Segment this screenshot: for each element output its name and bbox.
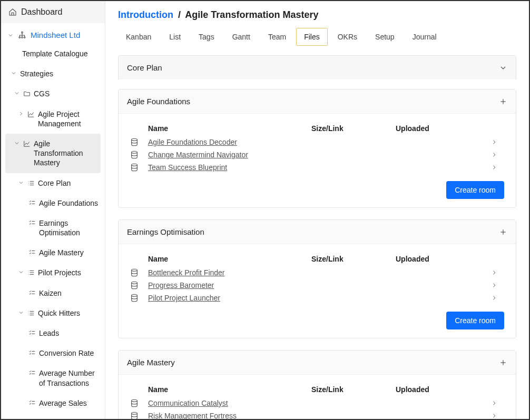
sidebar-item-label: Agile Foundations: [39, 198, 100, 208]
sidebar-item-label: Strategies: [20, 69, 100, 78]
sidebar-item-core-plan[interactable]: Core Plan: [1, 173, 105, 193]
section-header[interactable]: Agile Mastery: [119, 351, 516, 375]
chevron-right-icon[interactable]: [490, 282, 506, 289]
chevron-right-icon[interactable]: [490, 151, 506, 158]
sidebar-item-label: Core Plan: [38, 178, 100, 188]
tab-team[interactable]: Team: [260, 28, 294, 46]
plus-icon[interactable]: [499, 358, 507, 367]
section-body: Name Size/Link Uploaded Agile Foundation…: [119, 114, 516, 207]
section-header[interactable]: Agile Foundations: [119, 89, 516, 114]
tab-kanban[interactable]: Kanban: [118, 28, 159, 46]
create-room-button[interactable]: Create room: [446, 181, 504, 199]
sidebar-item-agile-tm[interactable]: Agile Transformation Mastery: [5, 134, 101, 173]
task-list-icon: [28, 219, 36, 227]
sidebar-item-label: Agile Project Management: [38, 109, 100, 128]
file-link[interactable]: Agile Foundations Decoder: [148, 138, 237, 146]
sidebar-item-agile-mastery[interactable]: Agile Mastery: [1, 243, 105, 263]
sidebar-item-avg-num-trans[interactable]: Average Number of Transactions: [1, 363, 105, 393]
col-uploaded: Uploaded: [396, 255, 490, 263]
sidebar-item-avg-sales[interactable]: Average Sales: [1, 393, 105, 413]
plus-icon[interactable]: [499, 97, 507, 106]
chevron-right-icon[interactable]: [490, 399, 506, 407]
file-link[interactable]: Pilot Project Launcher: [148, 294, 220, 302]
chevron-down-icon: [499, 64, 507, 72]
sidebar-dashboard[interactable]: Dashboard: [1, 1, 105, 23]
section-title: Agile Foundations: [127, 97, 190, 106]
sidebar-item-label: CGS: [34, 89, 100, 98]
sidebar-dashboard-label: Dashboard: [21, 7, 62, 17]
tabs: Kanban List Tags Gantt Team Files OKRs S…: [118, 28, 516, 46]
file-link[interactable]: Communication Catalyst: [148, 399, 228, 407]
sidebar-item-label: Conversion Rate: [39, 348, 100, 358]
section-body: Name Size/Link Uploaded Bottleneck Profi…: [119, 244, 516, 338]
section-header[interactable]: Earnings Optimisation: [119, 220, 516, 244]
chevron-right-icon[interactable]: [490, 412, 506, 419]
list-icon: [27, 179, 35, 187]
chevron-down-icon: [18, 309, 24, 316]
group-header-core-plan[interactable]: Core Plan: [119, 56, 516, 79]
tab-setup[interactable]: Setup: [367, 28, 403, 46]
table-row: Bottleneck Profit Finder: [128, 266, 506, 279]
database-icon: [128, 138, 148, 146]
svg-point-3: [24, 36, 25, 38]
sidebar-org[interactable]: Mindsheet Ltd: [1, 23, 105, 44]
col-size: Size/Link: [311, 255, 396, 263]
database-icon: [128, 281, 148, 289]
main-content: Introduction / Agile Transformation Mast…: [105, 1, 529, 419]
file-link[interactable]: Change Mastermind Navigator: [148, 151, 248, 159]
task-list-icon: [28, 349, 36, 357]
svg-point-45: [132, 269, 138, 271]
table-row: Change Mastermind Navigator: [128, 148, 506, 161]
sidebar-item-agile-pm[interactable]: Agile Project Management: [1, 104, 105, 134]
sidebar-item-pilot-projects[interactable]: Pilot Projects: [1, 263, 105, 283]
section-title: Earnings Optimisation: [127, 227, 204, 236]
list-icon: [27, 269, 35, 276]
chevron-right-icon[interactable]: [490, 138, 506, 146]
line-chart-icon: [23, 140, 31, 147]
task-list-icon: [28, 289, 36, 297]
sidebar-item-leads[interactable]: Leads: [1, 323, 105, 343]
chevron-right-icon[interactable]: [490, 164, 506, 171]
chevron-right-icon[interactable]: [490, 269, 506, 276]
line-chart-icon: [27, 111, 35, 118]
sidebar-item-strategies[interactable]: Strategies: [1, 64, 105, 84]
sidebar-item-cgs[interactable]: CGS: [1, 84, 105, 104]
breadcrumb-current: Agile Transformation Mastery: [185, 9, 318, 20]
file-table: Name Size/Link Uploaded Agile Foundation…: [128, 122, 506, 174]
sidebar-item-kaizen[interactable]: Kaizen: [1, 283, 105, 303]
sidebar-item-quick-hitters[interactable]: Quick Hitters: [1, 303, 105, 323]
file-link[interactable]: Progress Barometer: [148, 281, 214, 289]
tab-tags[interactable]: Tags: [191, 28, 222, 46]
svg-point-50: [132, 399, 138, 402]
tab-okrs[interactable]: OKRs: [330, 28, 365, 46]
table-row: Risk Management Fortress: [128, 409, 506, 419]
file-link[interactable]: Risk Management Fortress: [148, 412, 237, 419]
table-row: Team Success Blueprint: [128, 161, 506, 174]
sidebar-item-template-catalogue[interactable]: Template Catalogue: [1, 44, 105, 64]
sidebar-item-earnings-opt[interactable]: Earnings Optimisation: [1, 213, 105, 243]
org-tree-icon: [18, 31, 26, 39]
tab-gantt[interactable]: Gantt: [224, 28, 258, 46]
file-table: Name Size/Link Uploaded Bottleneck Profi…: [128, 253, 506, 304]
sidebar-item-label: Earnings Optimisation: [39, 218, 100, 237]
col-name: Name: [148, 385, 311, 394]
create-room-button[interactable]: Create room: [446, 312, 504, 329]
tab-journal[interactable]: Journal: [405, 28, 445, 46]
sidebar-item-agile-foundations[interactable]: Agile Foundations: [1, 193, 105, 213]
tab-list[interactable]: List: [161, 28, 189, 46]
tab-files[interactable]: Files: [296, 28, 328, 46]
svg-point-1: [19, 36, 21, 38]
section-agile-mastery: Agile Mastery Name Size/Link Uploaded Co…: [118, 350, 516, 419]
chevron-right-icon[interactable]: [490, 294, 506, 302]
breadcrumb-root[interactable]: Introduction: [118, 9, 173, 20]
database-icon: [128, 294, 148, 302]
svg-point-41: [132, 151, 138, 153]
chevron-down-icon: [18, 269, 24, 275]
file-link[interactable]: Bottleneck Profit Finder: [148, 268, 225, 277]
svg-point-0: [22, 32, 23, 33]
sidebar-item-conversion-rate[interactable]: Conversion Rate: [1, 343, 105, 363]
breadcrumb: Introduction / Agile Transformation Mast…: [118, 9, 516, 21]
sidebar-item-label: Template Catalogue: [22, 49, 100, 58]
file-link[interactable]: Team Success Blueprint: [148, 163, 227, 172]
plus-icon[interactable]: [499, 228, 507, 236]
